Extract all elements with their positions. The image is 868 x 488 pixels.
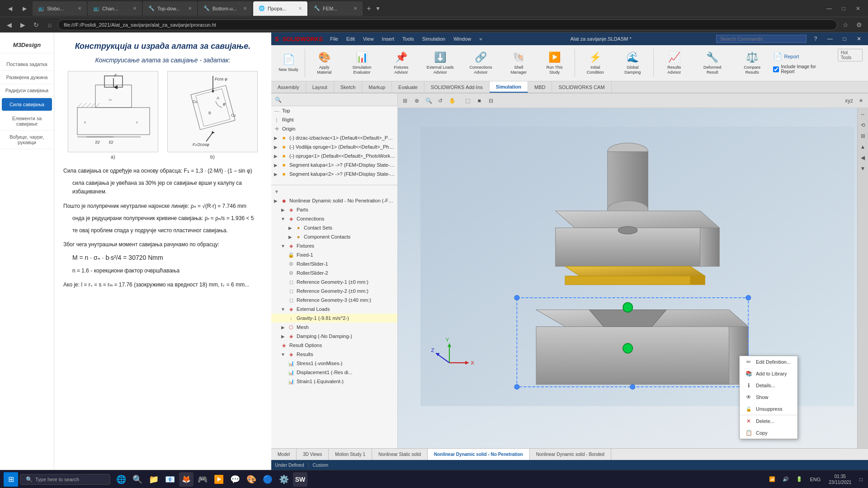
sw-maximize-btn[interactable]: □: [839, 34, 850, 43]
tree-part-4[interactable]: ▶ ■ Segment kalupa<2> ->? (FEM<Display S…: [271, 169, 397, 178]
tab-mbd[interactable]: MBD: [528, 81, 552, 93]
tree-fixed-1[interactable]: 🔒 Fixed-1: [271, 250, 397, 259]
right-icon-2[interactable]: ⊞: [859, 131, 868, 141]
vp-wireframe-btn[interactable]: ⬚: [462, 95, 473, 106]
tab-markup[interactable]: Markup: [362, 81, 392, 93]
expander-part-0[interactable]: ▶: [273, 135, 278, 141]
menu-tools[interactable]: Tools: [399, 35, 418, 42]
vp-rotate[interactable]: ↺: [435, 95, 446, 106]
start-button[interactable]: ⊞: [4, 472, 18, 487]
sidebar-item-3[interactable]: Сила савијања: [2, 98, 52, 111]
menu-file[interactable]: File: [326, 35, 342, 42]
sidebar-item-5[interactable]: Вођице, чауре, рукавци: [0, 131, 54, 149]
taskbar-app-solidworks[interactable]: SW: [293, 472, 307, 487]
tree-right[interactable]: | Right: [271, 115, 397, 124]
bottom-tab-motion[interactable]: Motion Study 1: [329, 449, 372, 460]
nav-forward[interactable]: ▶: [18, 2, 31, 15]
tab-close-0[interactable]: ✕: [78, 6, 81, 11]
tree-ref-geom-3[interactable]: ◻ Reference Geometry-3 (±40 mm:): [271, 296, 397, 305]
tab-close-3[interactable]: ✕: [243, 6, 247, 11]
taskbar-app-media[interactable]: ▶️: [212, 472, 226, 487]
ribbon-btn-deformed-result[interactable]: 🔧 Deformed Result: [693, 47, 731, 79]
tab-evaluate[interactable]: Evaluate: [392, 81, 425, 93]
vp-view-orient[interactable]: ⊞: [400, 95, 410, 106]
tree-parts-folder[interactable]: ▶ ◈ Parts: [271, 205, 397, 214]
ctx-delete[interactable]: ✕ Delete...: [740, 415, 797, 427]
tree-gravity-1[interactable]: ↓ Gravity-1 (-9.81 m/s^2-): [271, 314, 397, 323]
vp-lighting-btn[interactable]: ☀: [855, 95, 866, 106]
tree-part-1[interactable]: ▶ ■ (-) Vodilija opruge<1> (Default<<Def…: [271, 142, 397, 151]
ribbon-btn-initial-condition[interactable]: ⚡ Initial Condition: [578, 47, 613, 79]
taskbar-app-search[interactable]: 🔍: [130, 472, 145, 487]
right-icon-4[interactable]: ◀: [859, 153, 868, 162]
ctx-unsuppress[interactable]: 🔓 Unsuppress: [740, 403, 797, 415]
ribbon-btn-shell-manager[interactable]: 🐚 Shell Manager: [502, 47, 535, 79]
damping-expander[interactable]: ▶: [280, 333, 286, 339]
browser-tab-4[interactable]: 🌐 Прора... ✕: [253, 1, 307, 16]
ribbon-btn-apply-material[interactable]: 🎨 Apply Material: [308, 47, 341, 79]
hot-tools-label[interactable]: Hot Tools: [838, 49, 863, 61]
right-icon-5[interactable]: ▼: [859, 164, 868, 173]
taskbar-app-blue[interactable]: 🔵: [260, 472, 275, 487]
sw-search-input[interactable]: [716, 35, 807, 43]
ribbon-btn-fixtures-advisor[interactable]: 📌 Fixtures Advisor: [383, 47, 419, 79]
right-icon-3[interactable]: ▲: [859, 142, 868, 151]
sw-3d-viewport[interactable]: ⊞ ⊕ 🔍 ↺ ✋ ⬚ ■ ⊟ xyz ☀: [398, 94, 868, 448]
tree-stress-1[interactable]: 📊 Stress1 (-vonMises-): [271, 359, 397, 368]
ribbon-btn-sim-evaluator[interactable]: 📊 Simulation Evaluator: [343, 47, 382, 79]
tab-close-4[interactable]: ✕: [298, 6, 302, 11]
tree-top[interactable]: — Top: [271, 106, 397, 115]
taskbar-search[interactable]: 🔍 Type here to search: [20, 474, 110, 485]
tree-ext-loads-folder[interactable]: ▼ ◈ External Loads: [271, 305, 397, 314]
tree-damping[interactable]: ▶ ◈ Damping (-No Damping-): [271, 332, 397, 341]
tab-dropdown[interactable]: ▼: [375, 5, 381, 12]
tree-filter-btn[interactable]: 🔍: [273, 95, 283, 105]
nav-refresh-btn[interactable]: ↻: [31, 21, 42, 28]
right-icon-1[interactable]: ⟲: [859, 121, 868, 130]
maximize-browser[interactable]: □: [837, 2, 850, 15]
report-label[interactable]: Report: [784, 54, 799, 59]
sidebar-item-1[interactable]: Развијена дужина: [0, 71, 54, 84]
connections-expander[interactable]: ▼: [280, 216, 286, 221]
nav-home-btn[interactable]: ⌂: [44, 21, 55, 28]
tree-ref-geom-2[interactable]: ◻ Reference Geometry-2 (±0 mm:): [271, 286, 397, 296]
ribbon-btn-new-study[interactable]: 📄 New Study: [275, 47, 302, 79]
vp-zoom-in[interactable]: 🔍: [423, 95, 434, 106]
nav-back[interactable]: ◀: [4, 2, 16, 15]
tab-addins[interactable]: SOLIDWORKS Add-Ins: [425, 81, 490, 93]
browser-tab-2[interactable]: 🔧 Top-dow... ✕: [143, 1, 197, 16]
vp-pan[interactable]: ✋: [447, 95, 458, 106]
expander-part-4[interactable]: ▶: [273, 171, 278, 177]
taskbar-app-settings[interactable]: ⚙️: [277, 472, 291, 487]
ctx-show[interactable]: 👁 Show: [740, 391, 797, 403]
bottom-tab-nonlinear-dynamic[interactable]: Nonlinear Dynamic solid - No Penetration: [428, 449, 530, 460]
settings-btn[interactable]: ⚙: [854, 21, 864, 28]
contact-expander[interactable]: ▶: [288, 225, 293, 230]
tab-layout[interactable]: Layout: [306, 81, 334, 93]
ribbon-btn-results-advisor[interactable]: 📈 Results Advisor: [656, 47, 692, 79]
tree-displacement-1[interactable]: 📊 Displacement1 (-Res di...: [271, 368, 397, 377]
taskbar-app-firefox[interactable]: 🦊: [179, 472, 193, 487]
tree-part-3[interactable]: ▶ ■ Segment kalupa<1> ->? (FEM<Display S…: [271, 160, 397, 169]
taskbar-app-chat[interactable]: 💬: [228, 472, 242, 487]
vp-section-view-btn[interactable]: ⊟: [486, 95, 496, 106]
ribbon-btn-external-loads[interactable]: ⬇️ External Loads Advisor: [421, 47, 460, 79]
sw-minimize-btn[interactable]: —: [825, 34, 835, 43]
taskbar-app-browser[interactable]: 🌐: [114, 472, 128, 487]
menu-insert[interactable]: Insert: [378, 35, 398, 42]
taskbar-app-mail[interactable]: 📧: [163, 472, 177, 487]
taskbar-app-paint[interactable]: 🎨: [244, 472, 259, 487]
results-expander[interactable]: ▼: [280, 352, 286, 357]
nav-forward-btn[interactable]: ▶: [17, 21, 28, 28]
ribbon-btn-compare-results[interactable]: ⚖️ Compare Results: [733, 47, 771, 79]
vp-zoom-to-fit[interactable]: ⊕: [411, 95, 422, 106]
tree-results-folder[interactable]: ▼ ◈ Results: [271, 350, 397, 359]
tree-ref-geom-1[interactable]: ◻ Reference Geometry-1 (±0 mm:): [271, 277, 397, 286]
bottom-tab-bonded[interactable]: Nonlinear Dynamic solid - Bonded: [530, 449, 611, 460]
vp-shaded-btn[interactable]: ■: [474, 95, 485, 106]
menu-simulation[interactable]: Simulation: [419, 35, 449, 42]
new-tab-button[interactable]: +: [363, 3, 374, 14]
tree-origin[interactable]: ✚ Origin: [271, 124, 397, 133]
tree-roller-2[interactable]: ⚙ Roller/Slider-2: [271, 268, 397, 277]
tree-study-root[interactable]: ▶ ◆ Nonlinear Dynamic solid - No Penetra…: [271, 196, 397, 205]
